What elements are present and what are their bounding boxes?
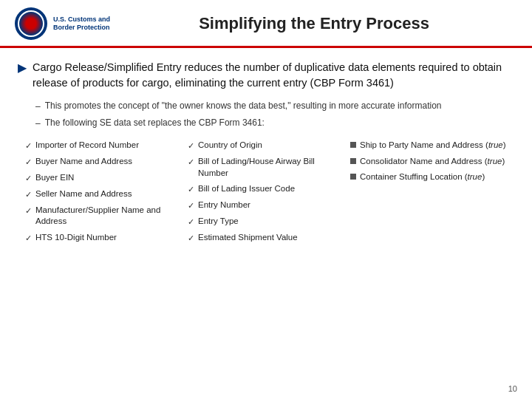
list-item: ✓ Bill of Lading Issuer Code xyxy=(188,183,343,195)
column-1: ✓ Importer of Record Number ✓ Buyer Name… xyxy=(25,140,180,246)
item-text: Country of Origin xyxy=(198,140,262,151)
check-icon: ✓ xyxy=(188,200,194,211)
sub-bullet-1: – This promotes the concept of "the owne… xyxy=(35,100,514,112)
item-text: Buyer Name and Address xyxy=(35,156,132,168)
list-item: ✓ Manufacturer/Supplier Name and Address xyxy=(25,205,180,228)
item-text: Buyer EIN xyxy=(35,172,74,184)
list-item: ✓ Country of Origin xyxy=(188,140,343,151)
check-icon: ✓ xyxy=(25,140,32,151)
check-icon: ✓ xyxy=(188,233,194,244)
page-number: 10 xyxy=(508,384,517,393)
item-text: Entry Number xyxy=(198,200,250,211)
list-item: ✓ Buyer EIN xyxy=(25,172,180,184)
check-icon: ✓ xyxy=(25,173,32,184)
list-item: ✓ Seller Name and Address xyxy=(25,188,180,200)
data-columns: ✓ Importer of Record Number ✓ Buyer Name… xyxy=(25,140,514,246)
list-item: ✓ Entry Number xyxy=(188,200,343,211)
logo-area: U.S. Customs and Border Protection xyxy=(15,7,111,40)
check-icon: ✓ xyxy=(188,157,194,168)
item-text: Seller Name and Address xyxy=(35,188,132,200)
page-title: Simplifying the Entry Process xyxy=(111,14,517,33)
item-text: Bill of Lading/House Airway Bill Number xyxy=(198,156,343,179)
item-text: Consolidator Name and Address (true) xyxy=(360,156,505,168)
column-2: ✓ Country of Origin ✓ Bill of Lading/Hou… xyxy=(188,140,343,246)
item-text: Bill of Lading Issuer Code xyxy=(198,183,295,195)
check-icon: ✓ xyxy=(25,157,32,168)
item-text: Entry Type xyxy=(198,216,239,228)
bullet-icon: ▶ xyxy=(18,61,27,75)
item-text: Estimated Shipment Value xyxy=(198,232,298,244)
dash-2: – xyxy=(35,117,41,129)
list-item: Ship to Party Name and Address (true) xyxy=(350,140,513,151)
list-item: ✓ Buyer Name and Address xyxy=(25,156,180,168)
check-icon: ✓ xyxy=(188,184,194,195)
check-icon: ✓ xyxy=(25,233,32,244)
dash-1: – xyxy=(35,100,41,112)
square-bullet-icon xyxy=(350,174,356,180)
sub-bullet-2: – The following SE data set replaces the… xyxy=(35,117,514,129)
item-text: Importer of Record Number xyxy=(35,140,139,151)
cbp-logo xyxy=(15,7,47,40)
list-item: ✓ Estimated Shipment Value xyxy=(188,232,343,244)
main-bullet-text: Cargo Release/Simplified Entry reduces t… xyxy=(33,60,514,91)
square-bullet-icon xyxy=(350,142,356,148)
item-text: Manufacturer/Supplier Name and Address xyxy=(35,205,180,228)
list-item: ✓ Bill of Lading/House Airway Bill Numbe… xyxy=(188,156,343,179)
check-icon: ✓ xyxy=(25,205,32,216)
list-item: Container Stuffing Location (true) xyxy=(350,171,513,183)
sub-bullet-text-2: The following SE data set replaces the C… xyxy=(45,117,265,129)
main-content: ▶ Cargo Release/Simplified Entry reduces… xyxy=(0,48,532,256)
list-item: Consolidator Name and Address (true) xyxy=(350,156,513,168)
sub-bullets: – This promotes the concept of "the owne… xyxy=(35,100,514,129)
check-icon: ✓ xyxy=(25,189,32,200)
item-text: Ship to Party Name and Address (true) xyxy=(360,140,506,151)
square-bullet-icon xyxy=(350,158,356,164)
header: U.S. Customs and Border Protection Simpl… xyxy=(0,0,532,48)
list-item: ✓ HTS 10-Digit Number xyxy=(25,232,180,244)
sub-bullet-text-1: This promotes the concept of "the owner … xyxy=(45,100,442,112)
check-icon: ✓ xyxy=(188,140,194,151)
item-text: Container Stuffing Location (true) xyxy=(360,171,485,183)
main-bullet: ▶ Cargo Release/Simplified Entry reduces… xyxy=(18,60,514,91)
column-3: Ship to Party Name and Address (true) Co… xyxy=(350,140,513,246)
check-icon: ✓ xyxy=(188,216,194,228)
logo-emblem xyxy=(18,10,44,37)
agency-name: U.S. Customs and Border Protection xyxy=(53,16,110,32)
list-item: ✓ Entry Type xyxy=(188,216,343,228)
list-item: ✓ Importer of Record Number xyxy=(25,140,180,151)
item-text: HTS 10-Digit Number xyxy=(35,232,117,244)
